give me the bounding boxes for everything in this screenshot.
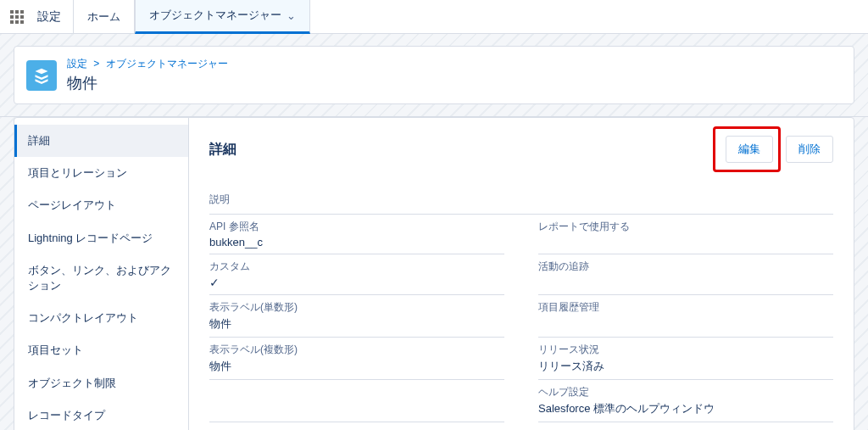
empty-cell [209, 380, 504, 422]
main-panel: 詳細 編集 削除 説明 API 参照名 bukken__c [189, 118, 854, 430]
field-label: 説明 [209, 193, 833, 207]
sidebar-item-label: コンパクトレイアウト [28, 311, 138, 324]
delete-button[interactable]: 削除 [786, 136, 833, 163]
brand-label: 設定 [34, 9, 73, 25]
field-value: 物件 [209, 316, 504, 332]
field-label: 表示ラベル(複数形) [209, 343, 504, 357]
field-value: リリース済み [538, 359, 833, 374]
field-enable-reports: レポートで使用する [538, 215, 833, 254]
field-value: Salesforce 標準のヘルプウィンドウ [538, 401, 833, 416]
field-plural-label: 表示ラベル(複数形) 物件 [209, 338, 504, 380]
sidebar-item-record-types[interactable]: レコードタイプ [14, 399, 188, 430]
button-row: 編集 削除 [713, 126, 833, 172]
field-label: レポートで使用する [538, 220, 833, 234]
page-title: 物件 [67, 73, 228, 93]
detail-grid: 説明 API 参照名 bukken__c レポートで使用する カスタム ✓ 活動… [209, 187, 833, 422]
breadcrumb-sep: > [93, 58, 99, 70]
field-api-name: API 参照名 bukken__c [209, 215, 504, 254]
sidebar-item-object-limits[interactable]: オブジェクト制限 [14, 367, 188, 399]
check-icon: ✓ [209, 276, 504, 289]
main-title: 詳細 [209, 141, 236, 159]
sidebar-item-label: Lightning レコードページ [28, 232, 153, 244]
field-deployment-status: リリース状況 リリース済み [538, 338, 833, 380]
field-label: 表示ラベル(単数形) [209, 300, 504, 315]
field-label: ヘルプ設定 [538, 385, 833, 399]
field-track-field-history: 項目履歴管理 [538, 295, 833, 338]
sidebar-item-field-sets[interactable]: 項目セット [14, 334, 188, 366]
field-label: リリース状況 [538, 343, 833, 357]
sidebar-item-buttons-links-actions[interactable]: ボタン、リンク、およびアクション [14, 254, 188, 302]
sidebar-item-label: ページレイアウト [28, 198, 116, 211]
object-icon [26, 60, 57, 91]
edit-button[interactable]: 編集 [726, 136, 773, 163]
page-header-card: 設定 > オブジェクトマネージャー 物件 [14, 46, 854, 104]
sidebar-item-lightning-pages[interactable]: Lightning レコードページ [14, 222, 188, 254]
field-track-activities: 活動の追跡 [538, 254, 833, 295]
field-label: 活動の追跡 [538, 260, 833, 274]
breadcrumb: 設定 > オブジェクトマネージャー [67, 57, 228, 71]
page-header-region: 設定 > オブジェクトマネージャー 物件 [0, 34, 868, 117]
field-label: カスタム [209, 260, 504, 274]
field-value: bukken__c [209, 236, 504, 249]
chevron-down-icon: ⌄ [287, 9, 296, 22]
sidebar-item-label: ボタン、リンク、およびアクション [28, 264, 171, 292]
tab-object-manager-label: オブジェクトマネージャー [149, 8, 281, 23]
field-label: API 参照名 [209, 220, 504, 234]
tab-home[interactable]: ホーム [73, 0, 135, 34]
breadcrumb-root[interactable]: 設定 [67, 58, 87, 70]
top-nav: 設定 ホーム オブジェクトマネージャー ⌄ [0, 0, 868, 34]
sidebar-item-page-layouts[interactable]: ページレイアウト [14, 189, 188, 221]
body-region: 詳細 項目とリレーション ページレイアウト Lightning レコードページ … [0, 117, 868, 430]
breadcrumb-current[interactable]: オブジェクトマネージャー [106, 58, 228, 70]
sidebar-item-compact-layouts[interactable]: コンパクトレイアウト [14, 302, 188, 334]
field-value: 物件 [209, 359, 504, 374]
sidebar-item-label: レコードタイプ [28, 409, 105, 422]
field-custom: カスタム ✓ [209, 254, 504, 295]
field-help-settings: ヘルプ設定 Salesforce 標準のヘルプウィンドウ [538, 380, 833, 422]
sidebar-item-fields[interactable]: 項目とリレーション [14, 157, 188, 189]
content-card: 詳細 項目とリレーション ページレイアウト Lightning レコードページ … [14, 117, 854, 430]
field-singular-label: 表示ラベル(単数形) 物件 [209, 295, 504, 338]
tab-object-manager[interactable]: オブジェクトマネージャー ⌄ [135, 0, 310, 34]
main-header: 詳細 編集 削除 [209, 126, 833, 172]
app-launcher-icon[interactable] [0, 10, 34, 24]
header-text: 設定 > オブジェクトマネージャー 物件 [67, 57, 228, 93]
sidebar-item-label: オブジェクト制限 [28, 377, 116, 389]
tab-home-label: ホーム [87, 9, 120, 25]
sidebar-item-label: 項目とリレーション [28, 166, 127, 179]
edit-highlight-box: 編集 [713, 126, 781, 172]
sidebar-item-label: 項目セット [28, 343, 83, 356]
field-description: 説明 [209, 187, 833, 215]
field-label: 項目履歴管理 [538, 300, 833, 315]
sidebar-item-label: 詳細 [28, 134, 50, 147]
sidebar-item-details[interactable]: 詳細 [14, 125, 188, 157]
sidebar: 詳細 項目とリレーション ページレイアウト Lightning レコードページ … [14, 118, 189, 430]
